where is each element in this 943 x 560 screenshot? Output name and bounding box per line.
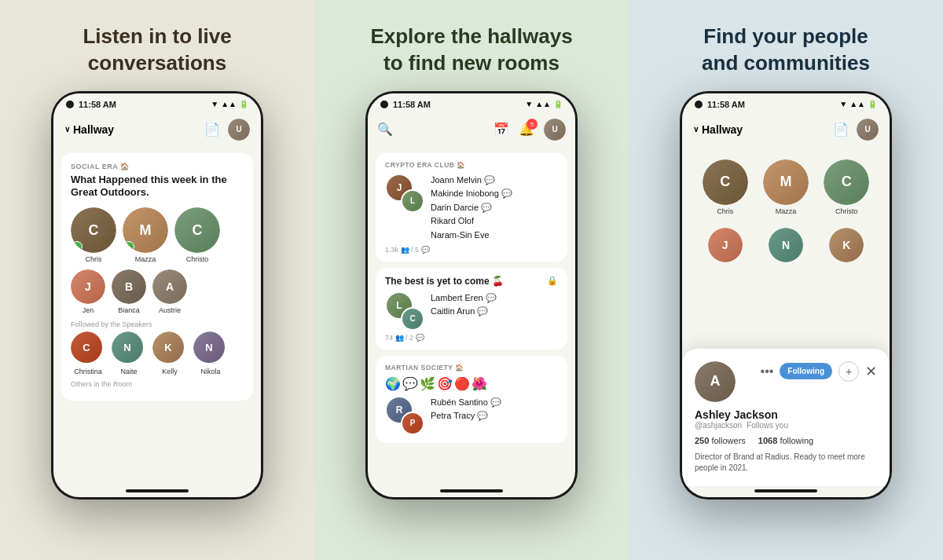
profile-popup: A ••• Following + ✕ Ashley Jackson @ashj… [682,349,890,486]
room-martian[interactable]: MARTIAN SOCIETY 🏠 🌍 💬 🌿 🎯 🔴 🌺 R P [376,356,567,443]
follower-christina: C Christina [71,331,105,375]
hallway-label-1: Hallway [73,123,114,136]
bg-user3: K [829,228,864,262]
speaker-ruben: Rubén Santino 💬 [431,396,558,410]
camera-dot-3 [695,101,703,108]
crypto-meta: 1.3k 👥 / 5 💬 [385,246,558,254]
close-icon[interactable]: ✕ [865,363,877,380]
speaker-joann: Joann Melvin 💬 [431,174,558,188]
avatar-caitlin: C [401,307,424,331]
following-stat: 1068 following [758,436,813,445]
notification-bell[interactable]: 🔔 5 [519,122,534,137]
emoji-3: 🌿 [420,376,435,391]
hallway-nav[interactable]: ∨ Hallway [64,123,114,136]
emoji-1: 🌍 [385,376,401,391]
room-best[interactable]: The best is yet to come 🍒 🔒 L C Lambert … [376,268,567,350]
home-indicator-2 [440,489,503,492]
emoji-2: 💬 [402,376,418,391]
ashley-avatar[interactable]: A [695,361,736,402]
followers-count: 250 [695,436,709,445]
others-label: Others in the Room [71,380,244,388]
avatar-mazza: M [123,207,168,253]
green-badge-chris [72,241,83,252]
user-avatar-2[interactable]: U [544,119,566,141]
name-chris: Chris [85,255,101,263]
user-avatar-3[interactable]: U [857,119,879,141]
doc-icon-3[interactable]: 📄 [833,122,849,137]
martian-names: Rubén Santino 💬 Petra Tracy 💬 [431,396,558,423]
hallway-header-1: ∨ Hallway 📄 U [53,112,261,147]
secondary-speakers: J Jen B Bianca A [71,269,244,314]
more-icon[interactable]: ••• [761,364,774,379]
room-card-1[interactable]: SOCIAL ERA 🏠 What Happened this week in … [61,153,253,401]
martian-avatar-stack: R P [385,396,424,435]
avatar-kelly: K [152,331,187,366]
notif-count: 5 [527,119,538,130]
emoji-6: 🌺 [472,376,487,391]
lock-icon: 🔒 [547,276,558,286]
speaker-makinde: Makinde Iniobong 💬 [431,187,558,201]
hallway-actions-3: 📄 U [833,119,879,141]
speaker-petra: Petra Tracy 💬 [431,409,558,423]
bg-name-christo: Christo [835,207,858,215]
bg-avatar-user1: J [708,228,743,262]
hallway-label-3: Hallway [702,123,743,136]
status-time-3: 11:58 AM [707,100,745,109]
search-icon[interactable]: 🔍 [377,122,393,137]
name-jen: Jen [83,306,94,314]
name-austrie: Austrie [159,306,181,314]
bg-christo: C Christo [824,159,869,215]
status-icons-1: ▼ ▲▲ 🔋 [211,100,248,108]
bg-speakers: C Chris M Mazza C [682,147,890,275]
followers-stat: 250 followers [695,436,746,445]
avatar-bianca: B [112,269,146,304]
speakers-grid: C Chris M Mazza [71,207,244,263]
doc-icon[interactable]: 📄 [204,122,220,137]
status-icons-2: ▼ ▲▲ 🔋 [525,100,563,108]
avatar-christo: C [174,207,220,253]
panel-explore: Explore the hallways to find new rooms 1… [314,0,629,560]
room-crypto[interactable]: CRYPTO ERA CLUB 🏠 J L Joann Melvin 💬 Mak… [376,153,567,262]
name-nikola: Nikola [200,368,220,375]
martian-emoji-row: 🌍 💬 🌿 🎯 🔴 🌺 [385,376,558,391]
top-icons: 📅 🔔 5 U [494,119,566,141]
bg-speaker-grid-2: J N K [690,228,882,262]
martian-speakers: R P Rubén Santino 💬 Petra Tracy 💬 [385,396,558,435]
hallway-nav-3[interactable]: ∨ Hallway [693,123,743,136]
chevron-down-icon: ∨ [64,125,70,134]
battery-icon: 🔋 [239,100,248,108]
speaker-chris: C Chris [71,207,116,263]
status-bar-3: 11:58 AM ▼ ▲▲ 🔋 [682,93,890,112]
crypto-names: Joann Melvin 💬 Makinde Iniobong 💬 Darin … [431,174,558,243]
wifi-icon: ▼ [211,100,218,108]
room-title-1: What Happened this week in the Great Out… [71,174,244,200]
bg-user1: J [708,228,743,262]
speaker-jen: J Jen [71,269,105,314]
bg-name-mazza: Mazza [776,207,797,215]
following-button[interactable]: Following [780,363,832,379]
green-badge-mazza [123,241,134,252]
follower-naite: N Naite [112,331,146,375]
stats-row: 250 followers 1068 following [695,436,877,445]
wifi-icon-2: ▼ [525,100,533,108]
best-avatar-stack: L C [385,291,424,331]
followers-row: C Christina N Naite K [71,331,244,375]
best-names: Lambert Eren 💬 Caitlin Arun 💬 [431,291,558,319]
bg-speaker-grid: C Chris M Mazza C [690,153,882,221]
calendar-icon[interactable]: 📅 [494,122,509,137]
signal-icon-3: ▲▲ [849,100,865,108]
speaker-lambert: Lambert Eren 💬 [431,291,558,306]
name-kelly: Kelly [162,368,178,375]
popup-header: A ••• Following + ✕ [695,361,877,402]
popup-actions: ••• Following + ✕ [761,361,877,382]
profile-handle-row: @ashjackson Follows you [695,421,877,430]
following-label: following [780,436,813,445]
battery-icon-2: 🔋 [553,100,563,108]
avatar-petra: P [401,412,424,435]
user-avatar[interactable]: U [228,119,250,141]
best-title: The best is yet to come 🍒 🔒 [385,276,558,287]
followed-label: Followed by the Speakers [71,320,244,328]
add-person-button[interactable]: + [838,361,859,382]
scroll-area-1: SOCIAL ERA 🏠 What Happened this week in … [53,147,261,486]
martian-club-label: MARTIAN SOCIETY 🏠 [385,364,558,372]
